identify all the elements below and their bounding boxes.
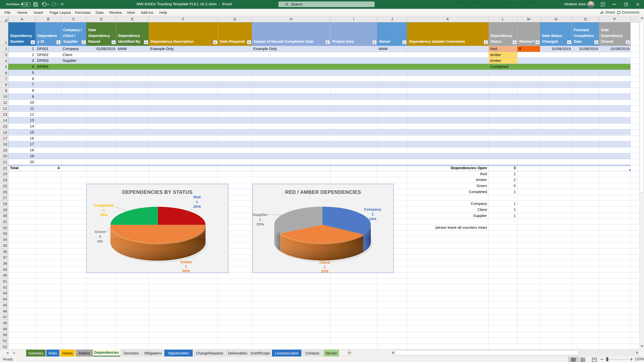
svg-text:Client: Client xyxy=(319,260,330,264)
svg-text:0: 0 xyxy=(99,234,101,239)
svg-text:1: 1 xyxy=(103,208,105,212)
svg-text:DEPENDENCIES BY STATUS: DEPENDENCIES BY STATUS xyxy=(122,189,193,195)
svg-text:0%: 0% xyxy=(97,239,103,243)
svg-text:1: 1 xyxy=(196,200,198,204)
svg-text:50%: 50% xyxy=(182,269,190,273)
svg-text:33%: 33% xyxy=(256,222,264,226)
svg-text:2: 2 xyxy=(185,264,187,268)
svg-text:1: 1 xyxy=(372,212,374,216)
svg-text:Amber: Amber xyxy=(180,260,192,264)
svg-text:25%: 25% xyxy=(100,213,108,217)
svg-text:RED / AMBER DEPENDENCIES: RED / AMBER DEPENDENCIES xyxy=(285,189,361,195)
svg-text:1: 1 xyxy=(324,265,326,269)
svg-text:Green: Green xyxy=(95,230,105,234)
svg-text:1: 1 xyxy=(259,217,261,221)
svg-text:25%: 25% xyxy=(193,204,201,209)
svg-text:33%: 33% xyxy=(321,269,329,273)
svg-text:Red: Red xyxy=(193,195,200,199)
svg-text:Completed: Completed xyxy=(94,203,114,207)
svg-text:Company: Company xyxy=(364,207,381,211)
svg-text:Supplier: Supplier xyxy=(253,212,268,217)
svg-text:34%: 34% xyxy=(369,217,376,221)
